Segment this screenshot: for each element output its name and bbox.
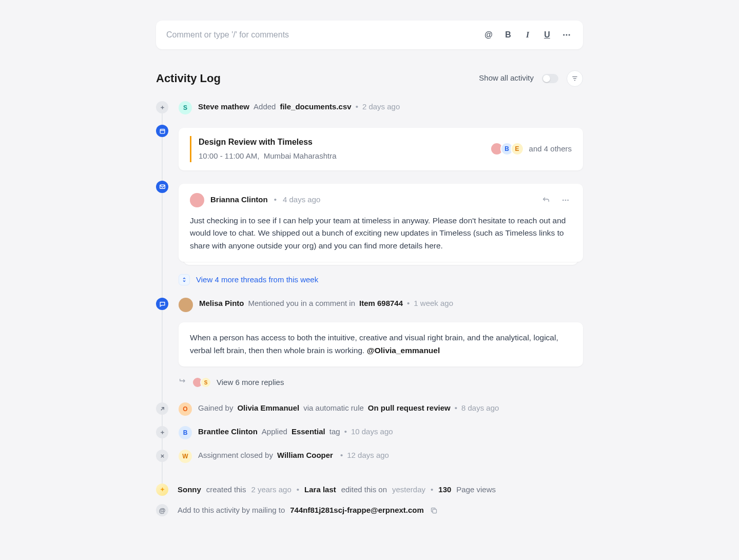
reply-icon[interactable]	[540, 194, 552, 206]
separator: •	[297, 484, 299, 496]
views-label: Page views	[456, 484, 496, 496]
more-icon[interactable]	[559, 194, 572, 206]
mailto-email: 744nf81j281scj-frappe@erpnext.com	[290, 505, 424, 516]
edited-user: Lara last	[304, 484, 336, 496]
more-icon[interactable]	[560, 29, 573, 41]
copy-icon[interactable]	[429, 505, 439, 515]
calendar-icon	[156, 125, 168, 137]
separator: •	[407, 298, 410, 310]
avatar: B	[179, 426, 192, 439]
mailto-prefix: Add to this activity by mailing to	[178, 505, 285, 516]
user-name: Melisa Pinto	[199, 298, 244, 310]
avatar: E	[511, 142, 524, 156]
at-icon: @	[156, 504, 168, 516]
message-card: Brianna Clinton • 4 days ago Just checki…	[179, 184, 583, 262]
target-rule: On pull request review	[368, 402, 451, 414]
plus-icon	[156, 426, 168, 438]
page-title: Activity Log	[156, 70, 221, 87]
mid-text: via automatic rule	[303, 402, 364, 414]
activity-timeline: S Steve mathew Added file_documents.csv …	[156, 101, 583, 516]
comment-input[interactable]	[166, 30, 482, 40]
event-card[interactable]: Design Review with Timeless 10:00 - 11:0…	[179, 128, 583, 170]
reply-arrow-icon	[179, 377, 187, 389]
activity-item-gained: O Gained by Olivia Emmanuel via automati…	[156, 402, 583, 416]
event-meta: 10:00 - 11:00 AM, Mumbai Maharashtra	[199, 150, 337, 162]
italic-icon[interactable]: I	[521, 29, 534, 41]
activity-item-closed: W Assignment closed by William Cooper • …	[156, 450, 583, 463]
timestamp: 1 week ago	[414, 298, 453, 310]
avatar	[179, 298, 193, 312]
view-replies[interactable]: S View 6 more replies	[179, 377, 583, 389]
footer-mailto: @ Add to this activity by mailing to 744…	[156, 504, 583, 516]
created-user: Sonny	[178, 484, 201, 496]
chevron-updown-icon	[179, 274, 190, 285]
svg-point-1	[566, 34, 568, 36]
tag-name: Essential	[291, 426, 325, 438]
svg-point-13	[567, 199, 569, 201]
avatar	[190, 193, 204, 207]
mention-quote-card: When a person has access to both the int…	[179, 322, 583, 366]
attendees-more: and 4 others	[529, 143, 572, 155]
show-all-toggle[interactable]	[542, 74, 558, 83]
at-mention[interactable]: @Olivia_emmanuel	[367, 346, 440, 355]
footer-meta: Sonny created this 2 years ago • Lara la…	[156, 484, 583, 496]
prefix-text: Assignment closed by	[198, 450, 273, 461]
expand-threads[interactable]: View 4 more threads from this week	[179, 274, 583, 286]
svg-point-11	[562, 199, 564, 201]
avatar: W	[179, 450, 192, 463]
show-all-label: Show all activity	[479, 72, 534, 84]
activity-header: Activity Log Show all activity	[156, 70, 583, 87]
user-name: Brantlee Clinton	[198, 426, 258, 438]
comment-author: Brianna Clinton	[210, 194, 268, 206]
created-action: created this	[206, 484, 246, 496]
suffix-text: tag	[329, 426, 340, 438]
user-name: Olivia Emmanuel	[237, 402, 299, 414]
timestamp: 2 days ago	[362, 101, 400, 113]
edited-action: edited this on	[341, 484, 387, 496]
event-title: Design Review with Timeless	[199, 136, 337, 148]
plus-icon	[156, 101, 168, 113]
arrow-up-right-icon	[156, 402, 168, 415]
sparkle-icon	[156, 484, 168, 496]
separator: •	[340, 450, 343, 461]
separator: •	[455, 402, 457, 414]
svg-rect-8	[160, 129, 165, 133]
separator: •	[431, 484, 433, 496]
svg-point-0	[563, 34, 565, 36]
attendees: B E and 4 others	[490, 142, 572, 156]
created-timestamp: 2 years ago	[251, 484, 291, 496]
expand-link[interactable]: View 4 more threads from this week	[196, 274, 318, 286]
avatar: O	[179, 402, 192, 416]
action-text: Mentioned you in a comment in	[248, 298, 355, 310]
separator: •	[344, 426, 347, 438]
separator: •	[274, 194, 277, 206]
comment-toolbar: @ B I U	[482, 29, 573, 41]
underline-icon[interactable]: U	[541, 29, 553, 41]
prefix-text: Gained by	[198, 402, 233, 414]
chat-icon	[156, 298, 168, 310]
svg-point-2	[569, 34, 570, 36]
comment-body: Just checking in to see if I can help yo…	[190, 215, 572, 253]
mention-icon[interactable]: @	[482, 29, 495, 41]
comment-composer: @ B I U	[156, 21, 583, 49]
timestamp: 4 days ago	[283, 194, 320, 206]
reply-count[interactable]: View 6 more replies	[217, 377, 284, 389]
bold-icon[interactable]: B	[502, 29, 514, 41]
separator: •	[356, 101, 358, 113]
user-name: William Cooper	[277, 450, 333, 461]
filter-icon[interactable]	[567, 70, 583, 87]
header-controls: Show all activity	[479, 70, 583, 87]
timestamp: 10 days ago	[351, 426, 393, 438]
activity-item-mention: Melisa Pinto Mentioned you in a comment …	[156, 298, 583, 312]
svg-point-12	[565, 199, 567, 201]
close-icon	[156, 450, 168, 462]
target-item[interactable]: Item 698744	[359, 298, 403, 310]
timestamp: 8 days ago	[461, 402, 499, 414]
views-count: 130	[438, 484, 451, 496]
activity-item-tag: B Brantlee Clinton Applied Essential tag…	[156, 426, 583, 439]
target-file[interactable]: file_documents.csv	[280, 101, 351, 113]
mail-icon	[156, 181, 168, 193]
svg-rect-19	[433, 509, 437, 513]
svg-line-14	[161, 408, 163, 410]
activity-item-added: S Steve mathew Added file_documents.csv …	[156, 101, 583, 114]
